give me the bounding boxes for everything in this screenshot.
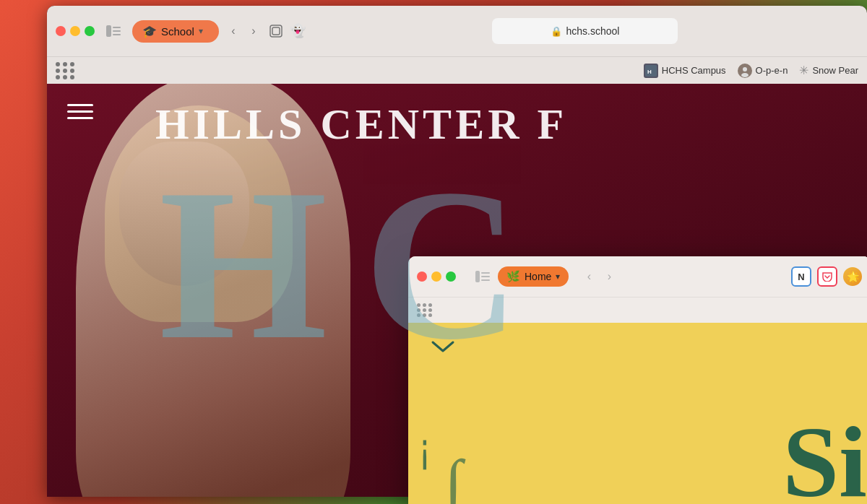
front-toolbar-icons: N 🌟 <box>791 266 862 287</box>
minimize-button-back[interactable] <box>70 26 80 36</box>
front-site-text: Si <box>782 412 867 504</box>
snow-pear-label: Snow Pear <box>812 65 858 76</box>
back-button-front[interactable]: ‹ <box>580 268 598 285</box>
back-tab-pill[interactable]: 🎓 School ▾ <box>132 20 219 43</box>
hamburger-line-2 <box>67 110 93 113</box>
svg-rect-1 <box>113 27 121 28</box>
snow-pear-bookmark[interactable]: ✳ Snow Pear <box>799 64 858 77</box>
hamburger-line-3 <box>67 117 93 119</box>
hchs-campus-bookmark[interactable]: H HCHS Campus <box>644 64 726 78</box>
sidebar-toggle-back[interactable] <box>103 23 124 39</box>
graduation-cap-icon: 🎓 <box>142 25 157 38</box>
back-tab-label: School <box>161 25 194 38</box>
forward-button-back[interactable]: › <box>245 22 262 40</box>
nav-arrows-back: ‹ › <box>225 22 262 40</box>
notion-icon-front[interactable]: N <box>791 266 811 287</box>
chevron-down-icon-back: ▾ <box>199 26 203 36</box>
svg-rect-2 <box>113 30 121 32</box>
hamburger-line-1 <box>67 104 93 106</box>
hchs-logo-icon: H <box>644 64 658 78</box>
site-title-back: HILLS CENTER F <box>155 100 567 149</box>
svg-rect-5 <box>272 27 280 35</box>
svg-text:H: H <box>647 69 652 75</box>
ghost-icon-back[interactable]: 👻 <box>290 23 306 39</box>
traffic-lights-back <box>56 26 95 36</box>
lock-icon-back: 🔒 <box>551 26 562 37</box>
forward-button-front[interactable]: › <box>600 268 618 285</box>
front-nav-arrows: ‹ › <box>580 268 618 285</box>
open-avatar-icon <box>738 64 752 78</box>
decoration-front: ꜞ <box>418 433 431 504</box>
svg-point-10 <box>741 73 749 77</box>
svg-rect-3 <box>113 34 121 35</box>
svg-rect-0 <box>106 25 111 37</box>
front-tab-label: Home <box>525 271 551 282</box>
pocket-icon-front[interactable] <box>817 266 837 287</box>
site-letters-back: H C <box>159 156 520 373</box>
open-bookmark[interactable]: O-p-e-n <box>738 64 788 78</box>
chevron-down-icon-front: ▾ <box>556 271 560 282</box>
back-titlebar: 🎓 School ▾ ‹ › 👻 🔒 hchs.school <box>47 6 867 56</box>
address-bar-back[interactable]: 🔒 hchs.school <box>492 18 678 44</box>
back-bookmarks-bar: H HCHS Campus O-p-e-n ✳ Snow Pear <box>47 56 867 84</box>
asterisk-icon: ✳ <box>799 64 808 77</box>
url-text-back: hchs.school <box>566 25 620 37</box>
curl-decoration: ∫ <box>444 446 462 504</box>
open-label: O-p-e-n <box>756 65 788 76</box>
maximize-button-back[interactable] <box>85 26 95 36</box>
hamburger-menu-back[interactable] <box>67 104 93 119</box>
svg-point-9 <box>743 67 747 71</box>
user-avatar-front[interactable]: 🌟 <box>843 267 862 286</box>
layers-icon-back[interactable] <box>268 23 284 39</box>
close-button-back[interactable] <box>56 26 66 36</box>
apps-grid-back[interactable] <box>56 62 75 79</box>
back-button-back[interactable]: ‹ <box>225 22 242 40</box>
hchs-label: HCHS Campus <box>662 65 726 76</box>
